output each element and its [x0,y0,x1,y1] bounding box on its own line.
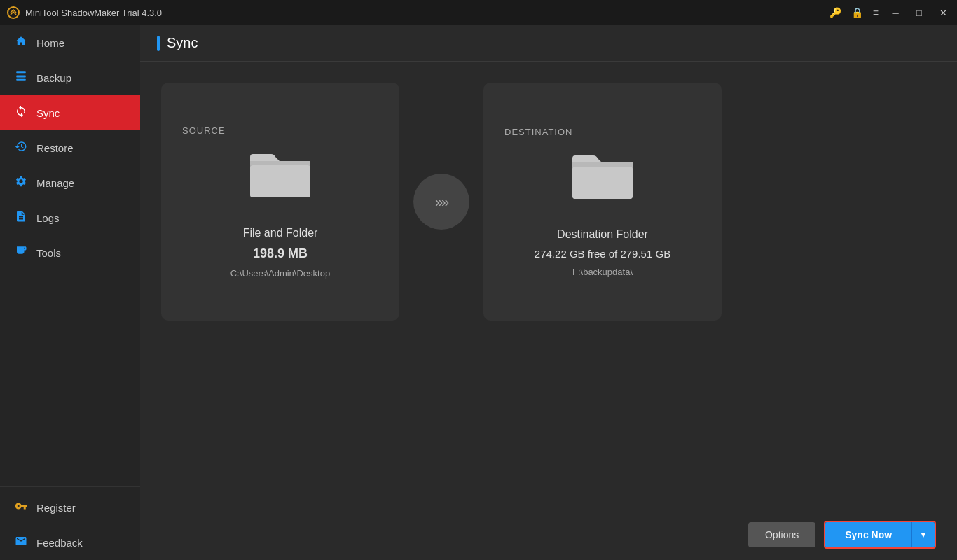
sidebar-item-register[interactable]: Register [0,490,140,525]
destination-label: DESTINATION [504,127,572,137]
sidebar-label-sync: Sync [36,107,60,119]
logs-icon [14,210,28,225]
sidebar-label-tools: Tools [36,247,61,259]
destination-free: 274.22 GB free of 279.51 GB [535,248,670,260]
sync-area: SOURCE File and Folder [140,62,957,510]
home-icon [14,35,28,50]
page-header: Sync [140,25,957,62]
destination-name: Destination Folder [557,228,648,241]
sidebar-label-register: Register [36,502,76,514]
arrow-chevrons-icon: »» [435,194,448,210]
register-icon [14,500,28,515]
app-title: MiniTool ShadowMaker Trial 4.3.0 [25,8,829,18]
titlebar: MiniTool ShadowMaker Trial 4.3.0 🔑 🔒 ≡ ─… [0,0,957,25]
minimize-button[interactable]: ─ [888,6,902,20]
page-title: Sync [167,35,198,51]
destination-folder-icon [571,151,634,204]
sidebar-item-manage[interactable]: Manage [0,165,140,200]
source-size: 198.9 MB [253,246,308,261]
sidebar-label-logs: Logs [36,212,60,224]
sidebar-label-restore: Restore [36,142,74,154]
svg-rect-7 [572,167,633,199]
content-area: Sync SOURCE [140,25,957,560]
source-folder-icon [249,150,312,203]
sidebar-item-logs[interactable]: Logs [0,200,140,235]
svg-rect-3 [16,79,26,81]
sidebar-item-backup[interactable]: Backup [0,60,140,95]
backup-icon [14,70,28,85]
source-name: File and Folder [243,227,318,239]
sidebar-label-backup: Backup [36,72,71,84]
title-accent [157,36,160,51]
svg-rect-1 [16,71,26,74]
destination-card[interactable]: DESTINATION Destination Folder 274.22 GB… [483,83,722,321]
svg-rect-5 [250,165,310,197]
source-path: C:\Users\Admin\Desktop [230,268,330,279]
sidebar-label-manage: Manage [36,177,74,189]
sidebar: Home Backup Sync Restore Manage [0,25,140,560]
window-controls: 🔑 🔒 ≡ ─ □ ✕ [829,6,950,20]
feedback-icon [14,535,28,550]
sync-now-dropdown-button[interactable]: ▼ [911,522,935,547]
sidebar-item-restore[interactable]: Restore [0,130,140,165]
destination-path: F:\backupdata\ [572,267,633,277]
key-icon[interactable]: 🔑 [829,7,841,18]
sidebar-item-sync[interactable]: Sync [0,95,140,130]
menu-icon[interactable]: ≡ [873,7,879,18]
lock-icon[interactable]: 🔒 [851,7,863,18]
sidebar-item-home[interactable]: Home [0,25,140,60]
manage-icon [14,175,28,190]
sync-cards: SOURCE File and Folder [161,83,841,321]
sidebar-bottom: Register Feedback [0,486,140,560]
sidebar-label-feedback: Feedback [36,537,83,549]
sidebar-item-tools[interactable]: Tools [0,235,140,270]
tools-icon [14,245,28,260]
sync-icon [14,105,28,120]
maximize-button[interactable]: □ [912,6,926,20]
restore-icon [14,140,28,155]
source-card[interactable]: SOURCE File and Folder [161,83,399,321]
sync-arrow: »» [413,174,469,230]
app-logo [7,6,20,19]
svg-rect-2 [16,76,26,78]
options-button[interactable]: Options [748,522,815,547]
sidebar-item-feedback[interactable]: Feedback [0,525,140,560]
source-label: SOURCE [182,125,226,136]
main-layout: Home Backup Sync Restore Manage [0,25,957,560]
page-title-bar: Sync [157,35,198,51]
sync-now-wrap: Sync Now ▼ [824,521,936,549]
action-bar: Options Sync Now ▼ [140,510,957,560]
sidebar-label-home: Home [36,37,64,49]
close-button[interactable]: ✕ [936,6,950,20]
sync-now-button[interactable]: Sync Now [825,522,911,547]
